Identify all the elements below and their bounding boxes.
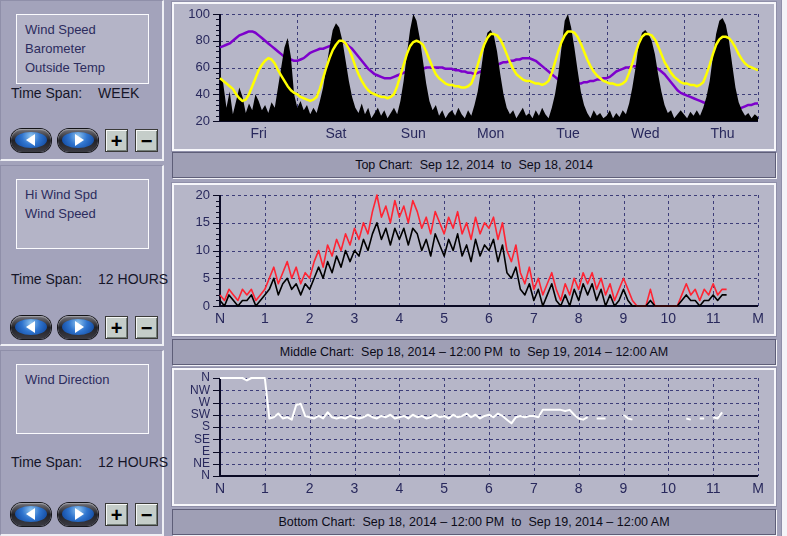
scroll-forward-button[interactable] xyxy=(58,503,98,526)
right-arrow-icon xyxy=(62,132,94,148)
legend-item-wind-direction[interactable]: Wind Direction xyxy=(25,370,148,389)
middle-timespan: Time Span:12 HOURS xyxy=(11,271,168,287)
timespan-label: Time Span: xyxy=(11,85,82,101)
timespan-value: 12 HOURS xyxy=(98,271,168,287)
right-arrow-icon xyxy=(62,319,94,335)
middle-series-legend-box[interactable]: Hi Wind Spd Wind Speed xyxy=(16,179,149,249)
left-arrow-icon xyxy=(15,506,47,522)
top-chart-canvas xyxy=(174,4,774,149)
scroll-forward-button[interactable] xyxy=(58,316,98,339)
zoom-in-button[interactable]: + xyxy=(105,316,128,339)
zoom-out-button[interactable]: − xyxy=(135,316,158,339)
legend-item-outside-temp[interactable]: Outside Temp xyxy=(25,58,148,77)
timespan-label: Time Span: xyxy=(11,271,82,287)
zoom-in-button[interactable]: + xyxy=(105,503,128,526)
left-arrow-icon xyxy=(15,132,47,148)
zoom-out-button[interactable]: − xyxy=(135,129,158,152)
middle-chart xyxy=(172,183,776,336)
middle-nav-buttons: + − xyxy=(11,316,158,339)
top-nav-buttons: + − xyxy=(11,129,158,152)
middle-chart-control-panel: Hi Wind Spd Wind Speed Time Span:12 HOUR… xyxy=(0,165,164,346)
bottom-chart-canvas xyxy=(174,370,774,504)
bottom-chart-control-panel: Wind Direction Time Span:12 HOURS + − xyxy=(0,350,164,536)
timespan-value: 12 HOURS xyxy=(98,454,168,470)
legend-item-hi-wind-spd[interactable]: Hi Wind Spd xyxy=(25,185,148,204)
top-chart-caption: Top Chart: Sep 12, 2014 to Sep 18, 2014 xyxy=(172,152,776,178)
scroll-back-button[interactable] xyxy=(11,129,51,152)
zoom-out-button[interactable]: − xyxy=(135,503,158,526)
left-arrow-icon xyxy=(15,319,47,335)
top-timespan: Time Span:WEEK xyxy=(11,85,139,101)
bottom-chart-caption: Bottom Chart: Sep 18, 2014 – 12:00 PM to… xyxy=(172,509,776,535)
top-chart xyxy=(172,2,776,151)
bottom-timespan: Time Span:12 HOURS xyxy=(11,454,168,470)
top-series-legend-box[interactable]: Wind Speed Barometer Outside Temp xyxy=(16,14,149,84)
right-arrow-icon xyxy=(62,506,94,522)
bottom-chart xyxy=(172,368,776,506)
scroll-back-button[interactable] xyxy=(11,316,51,339)
legend-item-wind-speed[interactable]: Wind Speed xyxy=(25,204,148,223)
middle-chart-canvas xyxy=(174,185,774,334)
middle-chart-caption: Middle Chart: Sep 18, 2014 – 12:00 PM to… xyxy=(172,339,776,365)
bottom-nav-buttons: + − xyxy=(11,503,158,526)
zoom-in-button[interactable]: + xyxy=(105,129,128,152)
scroll-forward-button[interactable] xyxy=(58,129,98,152)
window-edge-scrollbar[interactable] xyxy=(781,0,787,536)
top-chart-control-panel: Wind Speed Barometer Outside Temp Time S… xyxy=(0,0,164,161)
timespan-label: Time Span: xyxy=(11,454,82,470)
legend-item-wind-speed[interactable]: Wind Speed xyxy=(25,20,148,39)
bottom-series-legend-box[interactable]: Wind Direction xyxy=(16,364,149,434)
legend-item-barometer[interactable]: Barometer xyxy=(25,39,148,58)
timespan-value: WEEK xyxy=(98,85,139,101)
scroll-back-button[interactable] xyxy=(11,503,51,526)
